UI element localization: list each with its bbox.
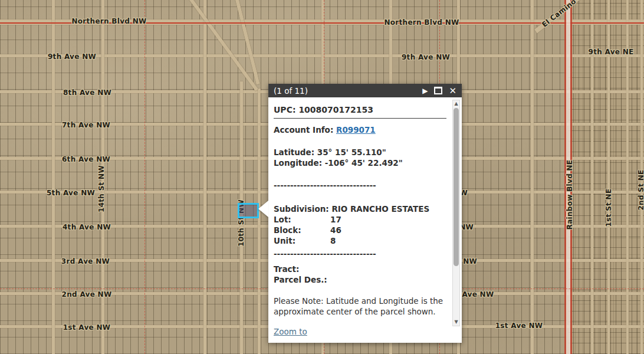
street-label: 3rd Ave NW	[61, 257, 110, 266]
street-vertical	[531, 0, 534, 354]
scroll-down-icon[interactable]: ▼	[453, 319, 459, 326]
field-value: 46	[330, 225, 341, 235]
popup-callout-arrow	[258, 201, 268, 217]
popup-scrollbar[interactable]: ▲ ▼	[452, 100, 460, 326]
street-vertical	[203, 0, 206, 354]
upc-value: UPC: 1008070172153	[274, 104, 446, 115]
street-label: Rainbow Blvd NE	[566, 160, 574, 230]
street-label: 2nd St NE	[637, 169, 644, 210]
divider-rule	[274, 118, 446, 119]
dashed-separator: -------------------------------	[274, 180, 446, 191]
diagonal-road	[235, 0, 260, 84]
street-label: 1st Ave NW	[63, 323, 111, 332]
popup-content[interactable]: UPC: 1008070172153 Account Info: R099071…	[268, 97, 462, 343]
street-vertical	[258, 88, 261, 354]
field-row: Lot:17	[274, 214, 446, 225]
next-record-icon[interactable]: ▶	[422, 87, 428, 95]
street-label: Northern Blvd NW	[384, 18, 459, 27]
field-value: 17	[330, 214, 341, 225]
subdivision-label: Subdivision:	[274, 204, 331, 214]
field-label: Unit:	[274, 235, 330, 246]
lot-block-unit-fields: Lot:17Block:46Unit:8	[274, 214, 446, 246]
zoom-to-line: Zoom to	[274, 326, 446, 337]
longitude-value: Longitude: -106° 45' 22.492"	[274, 158, 446, 168]
popup-title: (1 of 11)	[274, 86, 308, 96]
street-label: 8th Ave NW	[63, 88, 111, 97]
field-row: Block:46	[274, 225, 446, 235]
street-label: Northern Blvd NW	[71, 17, 146, 25]
dashed-separator: -------------------------------	[274, 248, 446, 259]
field-row: Unit:8	[274, 235, 446, 246]
lat-long-note: Please Note: Latitude and Longitude is t…	[274, 296, 446, 317]
popup-title-bar[interactable]: (1 of 11) ▶ ✕	[268, 84, 462, 97]
tract-label: Tract:	[274, 264, 446, 274]
street-label: 1st Ave NW	[495, 322, 543, 330]
section-line-vertical	[144, 0, 145, 354]
street-label: 5th Ave NW	[47, 189, 95, 197]
street-label: 7th Ave NW	[62, 121, 110, 129]
account-number-link[interactable]: R099071	[336, 125, 376, 135]
zoom-to-link[interactable]: Zoom to	[274, 327, 307, 336]
street-label: 4th Ave NW	[63, 223, 111, 231]
latitude-value: Latitude: 35° 15' 55.110"	[274, 147, 446, 158]
parcel-info-popup: (1 of 11) ▶ ✕ UPC: 1008070172153 Account…	[268, 84, 462, 343]
street-label: 9th Ave NW	[48, 53, 96, 61]
subdivision-value: RIO RANCHO ESTATES	[331, 204, 429, 214]
street-label: 1st St NE	[604, 189, 613, 227]
field-label: Block:	[274, 225, 330, 235]
street-label: 14th St NW	[97, 165, 106, 212]
scroll-up-icon[interactable]: ▲	[453, 100, 459, 107]
street-label: 9th Ave NE	[588, 48, 633, 56]
street-label: 9th Ave NW	[402, 53, 450, 61]
maximize-icon[interactable]	[434, 87, 442, 94]
field-label: Lot:	[274, 214, 330, 225]
account-info-line: Account Info: R099071	[274, 124, 446, 135]
maximize-glyph	[434, 87, 442, 94]
field-value: 8	[330, 235, 336, 246]
close-icon[interactable]: ✕	[449, 86, 456, 96]
subdivision-line: Subdivision: RIO RANCHO ESTATES	[274, 204, 446, 214]
parcel-des-label: Parcel Des.:	[274, 274, 446, 285]
street-label: 6th Ave NW	[62, 155, 110, 163]
street-label: 2nd Ave NW	[62, 290, 112, 299]
selected-parcel-highlight[interactable]	[238, 203, 259, 218]
scrollbar-thumb[interactable]	[454, 108, 459, 266]
account-info-label: Account Info:	[274, 125, 336, 135]
